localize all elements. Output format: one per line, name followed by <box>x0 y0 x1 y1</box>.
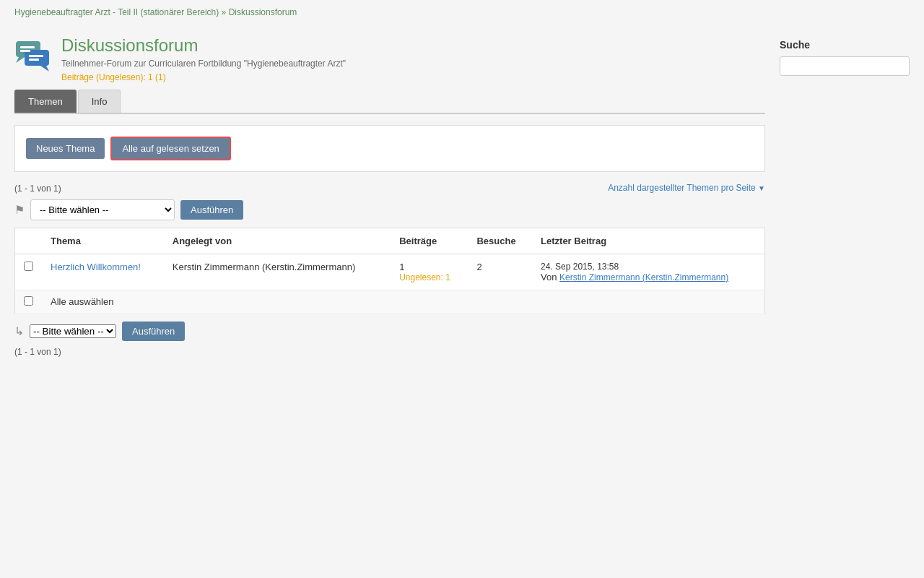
sidebar-search: Suche <box>780 39 910 76</box>
beitraege-count: 1 <box>399 262 459 272</box>
mark-read-button[interactable]: Alle auf gelesen setzen <box>110 137 230 160</box>
col-checkbox <box>15 228 43 254</box>
top-action-select[interactable]: -- Bitte wählen -- <box>30 199 175 220</box>
breadcrumb: Hygienebeauftragter Arzt - Teil II (stat… <box>0 0 924 25</box>
svg-rect-5 <box>20 50 30 52</box>
row-checkbox[interactable] <box>24 262 33 271</box>
breadcrumb-course-link[interactable]: Hygienebeauftragter Arzt - Teil II (stat… <box>14 7 219 17</box>
tab-info[interactable]: Info <box>78 90 121 113</box>
last-post-by: Von Kerstin Zimmermann (Kerstin.Zimmerma… <box>541 272 756 282</box>
per-page-area: Anzahl dargestellter Themen pro Seite ▼ … <box>14 183 765 194</box>
select-all-label: Alle auswählen <box>51 296 113 307</box>
select-all-row: Alle auswählen <box>15 290 765 314</box>
table-header-row: Thema Angelegt von Beiträge Besuche Letz… <box>15 228 765 254</box>
search-input[interactable] <box>780 56 910 76</box>
row-topic-cell: Herzlich Willkommen! <box>42 254 164 290</box>
top-pagination-info: (1 - 1 von 1) <box>14 184 61 194</box>
col-letzter-beitrag: Letzter Beitrag <box>532 228 764 254</box>
per-page-link[interactable]: Anzahl dargestellter Themen pro Seite ▼ <box>608 183 765 193</box>
forum-icon <box>14 35 51 72</box>
bottom-action-corner-icon: ↳ <box>14 324 24 338</box>
toolbar: Neues Thema Alle auf gelesen setzen <box>14 125 765 172</box>
unread-badge: Ungelesen: 1 <box>399 272 459 282</box>
svg-marker-1 <box>16 57 25 63</box>
svg-rect-7 <box>29 59 39 61</box>
col-thema: Thema <box>42 228 164 254</box>
svg-rect-4 <box>20 46 35 48</box>
top-action-row: ⚑ -- Bitte wählen -- Ausführen <box>14 199 765 220</box>
row-author-cell: Kerstin Zimmermann (Kerstin.Zimmermann) <box>164 254 391 290</box>
svg-rect-2 <box>25 50 49 66</box>
content-area: Diskussionsforum Teilnehmer-Forum zur Cu… <box>14 25 765 357</box>
select-all-checkbox[interactable] <box>24 296 33 306</box>
top-execute-button[interactable]: Ausführen <box>180 200 243 220</box>
row-checkbox-cell <box>15 254 43 290</box>
search-label: Suche <box>780 39 910 51</box>
bottom-action-row: ↳ -- Bitte wählen -- Ausführen <box>14 322 765 341</box>
header-text: Diskussionsforum Teilnehmer-Forum zur Cu… <box>61 35 346 82</box>
select-all-label-cell: Alle auswählen <box>42 290 765 314</box>
select-all-checkbox-cell <box>15 290 43 314</box>
per-page-chevron-icon: ▼ <box>758 184 765 192</box>
breadcrumb-current: Diskussionsforum <box>229 7 297 17</box>
new-topic-button[interactable]: Neues Thema <box>26 138 105 159</box>
unread-link[interactable]: Beiträge (Ungelesen): 1 (1) <box>61 72 166 82</box>
page-title: Diskussionsforum <box>61 35 346 56</box>
col-besuche: Besuche <box>468 228 532 254</box>
tabs-container: Themen Info <box>14 90 765 114</box>
table-row: Herzlich Willkommen! Kerstin Zimmermann … <box>15 254 765 290</box>
page-header: Diskussionsforum Teilnehmer-Forum zur Cu… <box>14 25 765 90</box>
last-post-date: 24. Sep 2015, 13:58 <box>541 262 756 272</box>
col-beitraege: Beiträge <box>391 228 468 254</box>
topic-link[interactable]: Herzlich Willkommen! <box>51 262 141 272</box>
tab-themen[interactable]: Themen <box>14 90 77 113</box>
row-last-post-cell: 24. Sep 2015, 13:58 Von Kerstin Zimmerma… <box>532 254 764 290</box>
row-beitraege-cell: 1 Ungelesen: 1 <box>391 254 468 290</box>
last-post-prefix: Von <box>541 272 557 282</box>
bottom-pagination-info: (1 - 1 von 1) <box>14 347 765 357</box>
bottom-action-select[interactable]: -- Bitte wählen -- <box>30 324 116 338</box>
col-angelegt-von: Angelegt von <box>164 228 391 254</box>
svg-marker-3 <box>40 66 49 72</box>
top-action-flag-icon: ⚑ <box>14 203 25 217</box>
last-post-author-link[interactable]: Kerstin Zimmermann (Kerstin.Zimmermann) <box>559 272 728 282</box>
row-besuche-cell: 2 <box>468 254 532 290</box>
svg-rect-6 <box>29 55 43 57</box>
page-subtitle: Teilnehmer-Forum zur Curricularen Fortbi… <box>61 59 346 69</box>
bottom-execute-button[interactable]: Ausführen <box>122 322 185 341</box>
breadcrumb-separator: » <box>222 7 229 17</box>
topics-table: Thema Angelegt von Beiträge Besuche Letz… <box>14 228 765 314</box>
sidebar: Suche <box>780 25 910 357</box>
